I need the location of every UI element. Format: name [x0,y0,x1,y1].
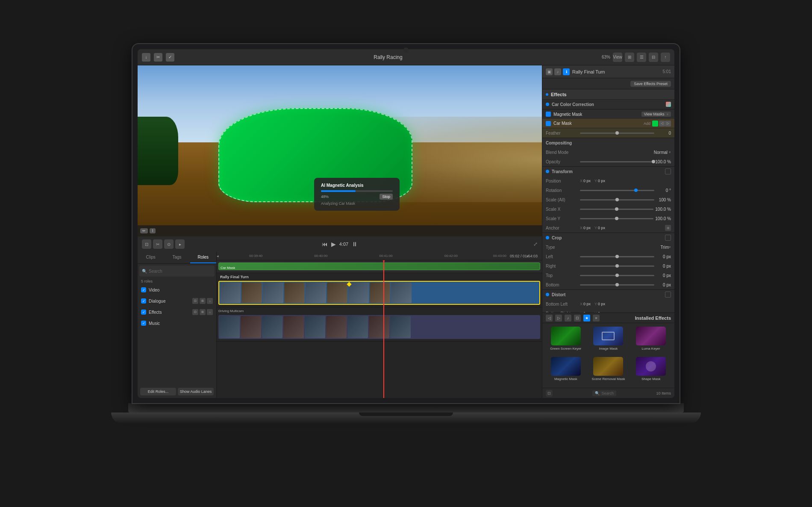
clip-view-btn[interactable]: ⊡ [142,239,151,249]
scale-all-slider[interactable] [580,199,654,200]
split-view-btn[interactable]: ⊟ [649,53,658,62]
role-dialogue-actions: ⊡ ⊞ ○ [192,298,213,304]
ie-tool-1[interactable]: ◁ [546,315,553,321]
transform-title[interactable]: Transform [542,167,674,176]
car-mask-check[interactable] [546,121,551,126]
car-mask-add-label: Add [644,121,650,126]
crop-expand-icon[interactable] [665,235,671,241]
pause-btn[interactable]: ⏸ [352,241,358,248]
bezier-tool[interactable]: ⌇ [150,228,156,233]
crop-right-slider[interactable] [580,265,654,267]
edit-roles-btn[interactable]: Edit Roles... [140,388,176,395]
view-button[interactable]: View [613,53,622,62]
role-video-check[interactable]: ✓ [141,287,146,292]
car-mask-color-swatch[interactable] [652,121,658,127]
role-music-check[interactable]: ✓ [141,321,146,326]
dialogue-action-3[interactable]: ○ [207,298,213,304]
timeline-nav-right[interactable]: ▸ [527,254,529,258]
select-tool[interactable]: ▸ [175,239,185,249]
cut-icon[interactable]: ✂ [154,53,162,62]
ie-tool-3[interactable]: ♪ [565,315,571,321]
effects-action-3[interactable]: ○ [207,309,213,315]
effects-action-2[interactable]: ⊞ [200,309,206,315]
crop-bottom-row: Bottom 0 px [542,280,674,289]
anchor-link-icon[interactable]: ⊕ [665,225,671,231]
feather-slider[interactable] [580,133,654,134]
car-mask-btn-2[interactable]: ▷ [665,121,671,127]
tags-tab[interactable]: Tags [164,252,190,263]
video-insp-icon[interactable]: ▣ [546,68,553,75]
ie-tool-6[interactable]: ≡ [593,315,600,321]
ie-tool-4[interactable]: ⊡ [574,315,581,321]
crop-bottom-slider[interactable] [580,284,654,286]
check-icon[interactable]: ✓ [166,53,174,62]
trim-tool[interactable]: ⊙ [164,239,174,249]
car-mask-clip-label: Car Mask [219,265,237,271]
distort-expand-icon[interactable] [665,292,671,298]
roles-search[interactable]: 🔍 Search [139,265,215,277]
ie-shape-mask[interactable]: Shape Mask [631,357,671,385]
play-btn[interactable]: ▶ [331,241,336,248]
ie-footer-icon[interactable]: ⊡ [546,390,553,397]
playhead[interactable] [383,260,384,398]
ie-tool-5[interactable]: ★ [583,315,590,321]
compositing-title[interactable]: Compositing [542,138,674,147]
timeline-nav-left[interactable]: ◂ [217,254,219,258]
magnetic-mask-check[interactable] [546,112,551,117]
scale-x-thumb [615,207,618,211]
info-insp-icon[interactable]: ℹ [563,68,570,75]
go-start-btn[interactable]: ⏮ [322,241,328,248]
video-content [138,65,542,236]
effects-header[interactable]: Effects [542,89,674,100]
clips-tab[interactable]: Clips [138,252,164,263]
ie-scene-removal[interactable]: Scene Removal Mask [588,357,629,385]
ai-progress-fill [321,190,356,192]
crop-top-slider[interactable] [580,275,654,276]
scale-y-slider[interactable] [580,218,653,219]
blade-tool[interactable]: ✂ [153,239,162,249]
ie-green-screen[interactable]: Green Screen Keyer [546,327,586,354]
crop-left-label: Left [546,254,580,259]
role-dialogue: ✓ Dialogue ⊡ ⊞ ○ [138,295,216,307]
effects-action-1[interactable]: ⊡ [192,309,198,315]
dialogue-action-1[interactable]: ⊡ [192,298,198,304]
car-mask-clip[interactable]: Car Mask [218,262,540,270]
save-preset-btn[interactable]: Save Effects Preset [630,81,671,87]
fullscreen-btn[interactable]: ⤢ [533,241,538,247]
ie-search-icon: 🔍 [595,391,600,395]
macbook-chassis: ↓ ✂ ✓ Rally Racing 63% View ⊞ ☰ ⊟ ↑ [111,44,701,463]
film-thumb-7 [348,283,369,303]
transform-expand-icon[interactable] [665,168,671,174]
ie-magnetic-mask[interactable]: Magnetic Mask [546,357,586,385]
dialogue-action-2[interactable]: ⊞ [200,298,206,304]
role-dialogue-check[interactable]: ✓ [141,298,146,304]
ie-luma-keyer[interactable]: Luma Keyer [631,327,671,354]
roles-tab[interactable]: Roles [190,252,216,263]
ai-stop-btn[interactable]: Stop [380,194,393,200]
ie-image-mask[interactable]: Image Mask [588,327,629,354]
crop-left-slider[interactable] [580,256,654,257]
list-view-btn[interactable]: ☰ [637,53,646,62]
color-correction-title[interactable]: Car Color Correction [542,100,674,109]
draw-tool[interactable]: ✏ [140,228,148,233]
rotation-slider[interactable] [580,190,654,191]
role-effects-check[interactable]: ✓ [141,310,146,315]
opacity-slider[interactable] [580,161,653,162]
main-video-clip[interactable] [218,281,540,305]
grid-view-btn[interactable]: ⊞ [625,53,634,62]
view-masks-btn[interactable]: View Masks ▾ [641,112,671,117]
share-btn[interactable]: ↑ [661,53,670,62]
crop-title[interactable]: Crop [542,233,674,242]
scale-x-slider[interactable] [580,209,653,210]
effects-section: Effects Car Color Correction [542,89,674,312]
show-audio-btn[interactable]: Show Audio Lanes [178,388,214,395]
car-mask-btn-1[interactable]: ◁ [659,121,665,127]
audio-insp-icon[interactable]: ♪ [554,68,561,75]
multicam-clip[interactable] [218,315,540,339]
ie-tool-2[interactable]: ▷ [555,315,562,321]
crop-bottom-thumb [615,283,619,286]
back-icon[interactable]: ↓ [142,53,150,62]
scale-all-label: Scale (All) [546,197,580,202]
ie-search-box[interactable]: 🔍 Search [592,390,616,396]
distort-title[interactable]: Distort [542,290,674,299]
